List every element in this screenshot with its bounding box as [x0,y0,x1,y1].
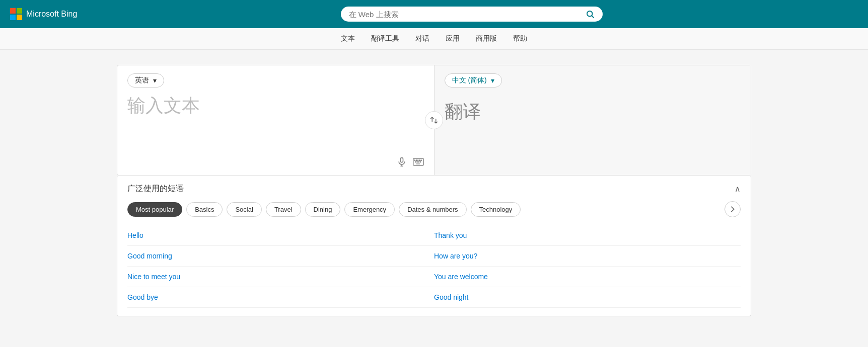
cat-tab-technology[interactable]: Technology [471,202,521,217]
swap-icon [429,116,439,125]
svg-line-1 [592,16,594,18]
source-lang-label: 英语 [135,76,149,85]
phrase-hello[interactable]: Hello [127,225,434,246]
phrase-how-are-you[interactable]: How are you? [434,246,741,267]
logo-yellow-quad [17,15,22,20]
svg-point-11 [420,160,421,161]
phrase-good-night[interactable]: Good night [434,287,741,308]
svg-point-9 [417,160,418,161]
phrase-good-bye[interactable]: Good bye [127,287,434,308]
microsoft-logo [10,8,22,20]
cat-tab-dining[interactable]: Dining [305,202,341,217]
svg-rect-2 [400,158,403,162]
logo-green-quad [17,8,22,14]
search-input[interactable] [349,10,582,19]
chevron-right-icon [730,206,735,213]
output-panel: 中文 (简体) ▾ 翻译 [435,65,751,175]
source-lang-select[interactable]: 英语 ▾ [127,73,164,88]
microphone-icon [397,157,407,167]
header: Microsoft Bing [0,0,868,28]
input-text-area[interactable]: 输入文本 [127,94,424,153]
cat-tab-basics[interactable]: Basics [186,202,223,217]
logo-blue-quad [10,15,16,20]
svg-point-8 [416,160,417,161]
target-lang-wrapper: 中文 (简体) ▾ [445,73,741,88]
search-bar-wrapper [85,7,858,22]
nav-item-conversation[interactable]: 对话 [415,34,429,43]
output-text-area: 翻译 [445,100,741,167]
svg-point-15 [420,161,421,162]
phrases-section: 广泛使用的短语 ∧ Most popular Basics Social Tra… [117,176,751,316]
target-lang-label: 中文 (简体) [452,76,487,85]
phrases-title: 广泛使用的短语 [127,184,184,194]
collapse-phrases-button[interactable]: ∧ [735,184,741,194]
cat-tab-dates-numbers[interactable]: Dates & numbers [399,202,466,217]
svg-point-12 [415,161,416,162]
next-categories-button[interactable] [725,201,741,217]
cat-tab-emergency[interactable]: Emergency [344,202,395,217]
svg-point-10 [419,160,420,161]
target-lang-chevron-icon: ▾ [491,76,494,84]
cat-tab-social[interactable]: Social [227,202,261,217]
cat-tab-travel[interactable]: Travel [266,202,301,217]
nav-bar: 文本 翻译工具 对话 应用 商用版 帮助 [0,28,868,50]
search-button[interactable] [586,10,595,19]
translator-panel: 英语 ▾ 输入文本 [117,65,751,176]
svg-point-0 [587,11,593,17]
nav-item-business[interactable]: 商用版 [476,34,497,43]
phrases-grid: Hello Thank you Good morning How are you… [127,225,741,308]
svg-point-7 [414,160,415,161]
category-tabs: Most popular Basics Social Travel Dining… [127,201,741,217]
logo-area: Microsoft Bing [10,8,77,20]
keyboard-button[interactable] [413,157,424,166]
input-panel: 英语 ▾ 输入文本 [117,65,435,175]
phrase-good-morning[interactable]: Good morning [127,246,434,267]
svg-point-14 [418,161,419,162]
svg-point-13 [416,161,417,162]
svg-rect-16 [416,163,420,164]
swap-languages-button[interactable] [425,111,443,129]
phrase-nice-to-meet-you[interactable]: Nice to meet you [127,267,434,287]
search-icon [586,10,595,19]
phrase-thank-you[interactable]: Thank you [434,225,741,246]
nav-item-apps[interactable]: 应用 [446,34,460,43]
search-bar [341,7,603,22]
nav-item-help[interactable]: 帮助 [513,34,527,43]
source-lang-wrapper: 英语 ▾ [127,73,424,88]
nav-item-tools[interactable]: 翻译工具 [371,34,399,43]
logo-text: Microsoft Bing [26,10,77,19]
keyboard-icon [413,157,424,166]
main-content: 英语 ▾ 输入文本 [107,65,761,316]
nav-item-text[interactable]: 文本 [341,34,355,43]
input-icons [127,157,424,167]
phrases-header: 广泛使用的短语 ∧ [127,184,741,194]
target-lang-select[interactable]: 中文 (简体) ▾ [445,73,502,88]
cat-tab-most-popular[interactable]: Most popular [127,202,182,217]
logo-red-quad [10,8,16,14]
phrase-you-are-welcome[interactable]: You are welcome [434,267,741,287]
source-lang-chevron-icon: ▾ [153,76,157,84]
microphone-button[interactable] [397,157,407,167]
